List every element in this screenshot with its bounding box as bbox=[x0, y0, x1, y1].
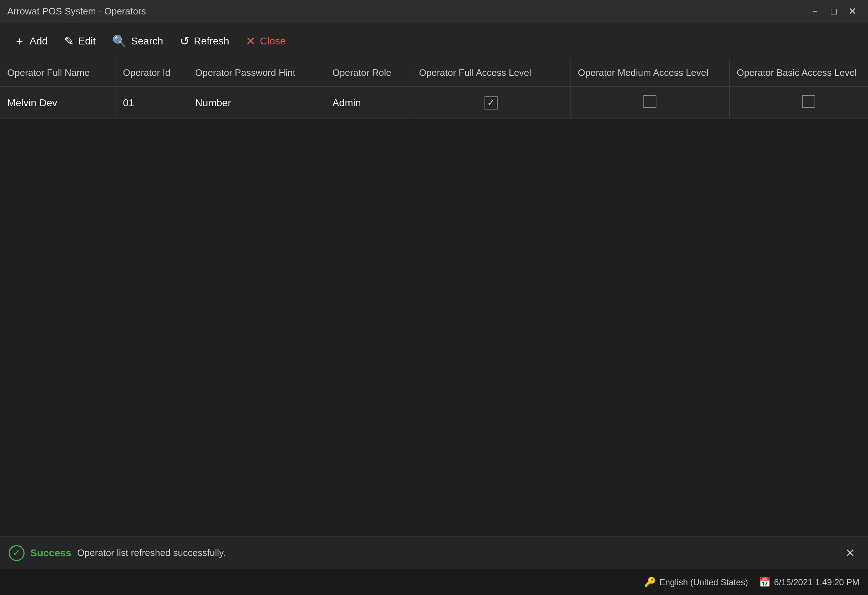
edit-icon: ✎ bbox=[64, 34, 74, 48]
maximize-button[interactable]: □ bbox=[825, 3, 842, 20]
add-icon: ＋ bbox=[14, 33, 25, 49]
refresh-icon: ↺ bbox=[180, 34, 190, 48]
col-header-medium-access: Operator Medium Access Level bbox=[570, 59, 729, 87]
window-controls: − □ ✕ bbox=[807, 3, 861, 20]
cell-role: Admin bbox=[325, 87, 412, 119]
system-tray: 🔑 English (United States) 📅 6/15/2021 1:… bbox=[0, 569, 868, 595]
language-icon: 🔑 bbox=[644, 577, 656, 588]
refresh-label: Refresh bbox=[194, 36, 229, 47]
calendar-icon: 📅 bbox=[759, 577, 771, 588]
refresh-button[interactable]: ↺ Refresh bbox=[173, 31, 236, 52]
close-label: Close bbox=[260, 36, 286, 47]
cell-full-access bbox=[412, 87, 570, 119]
cell-medium-access bbox=[570, 87, 729, 119]
col-header-id: Operator Id bbox=[115, 59, 188, 87]
table-header-row: Operator Full Name Operator Id Operator … bbox=[0, 59, 868, 87]
close-icon: ✕ bbox=[246, 34, 255, 48]
status-success-icon: ✓ bbox=[9, 545, 25, 561]
data-table-container: Operator Full Name Operator Id Operator … bbox=[0, 59, 868, 536]
minimize-button[interactable]: − bbox=[807, 3, 823, 20]
language-label: English (United States) bbox=[659, 577, 748, 588]
cell-password-hint: Number bbox=[188, 87, 325, 119]
col-header-full-name: Operator Full Name bbox=[0, 59, 115, 87]
col-header-basic-access: Operator Basic Access Level bbox=[729, 59, 868, 87]
search-label: Search bbox=[131, 36, 163, 47]
cell-operator-id: 01 bbox=[115, 87, 188, 119]
datetime-tray-item: 📅 6/15/2021 1:49:20 PM bbox=[759, 577, 859, 588]
col-header-password-hint: Operator Password Hint bbox=[188, 59, 325, 87]
cell-basic-access bbox=[729, 87, 868, 119]
window-title-area: Arrowat POS System - Operators bbox=[7, 6, 146, 17]
basic-access-checkbox[interactable] bbox=[802, 95, 815, 108]
language-tray-item: 🔑 English (United States) bbox=[644, 577, 748, 588]
status-bar: ✓ Success Operator list refreshed succes… bbox=[0, 536, 868, 569]
window-title: Arrowat POS System - Operators bbox=[7, 6, 146, 17]
datetime-label: 6/15/2021 1:49:20 PM bbox=[774, 577, 859, 588]
col-header-role: Operator Role bbox=[325, 59, 412, 87]
edit-label: Edit bbox=[78, 36, 96, 47]
close-button[interactable]: ✕ Close bbox=[239, 31, 292, 52]
cell-full-name: Melvin Dev bbox=[0, 87, 115, 119]
table-row[interactable]: Melvin Dev 01 Number Admin bbox=[0, 87, 868, 119]
status-close-button[interactable]: ✕ bbox=[841, 544, 859, 562]
search-icon: 🔍 bbox=[112, 34, 127, 48]
add-label: Add bbox=[30, 36, 48, 47]
medium-access-checkbox[interactable] bbox=[644, 95, 657, 108]
toolbar: ＋ Add ✎ Edit 🔍 Search ↺ Refresh ✕ Close bbox=[0, 23, 868, 59]
status-message-area: ✓ Success Operator list refreshed succes… bbox=[9, 545, 226, 561]
operators-table: Operator Full Name Operator Id Operator … bbox=[0, 59, 868, 119]
full-access-checkbox[interactable] bbox=[484, 96, 497, 110]
col-header-full-access: Operator Full Access Level bbox=[412, 59, 570, 87]
status-success-label: Success bbox=[30, 547, 71, 559]
add-button[interactable]: ＋ Add bbox=[7, 30, 54, 53]
search-button[interactable]: 🔍 Search bbox=[106, 31, 170, 52]
window-close-button[interactable]: ✕ bbox=[844, 3, 861, 20]
status-message-text: Operator list refreshed successfully. bbox=[77, 547, 226, 558]
edit-button[interactable]: ✎ Edit bbox=[58, 31, 102, 52]
title-bar: Arrowat POS System - Operators − □ ✕ bbox=[0, 0, 868, 23]
